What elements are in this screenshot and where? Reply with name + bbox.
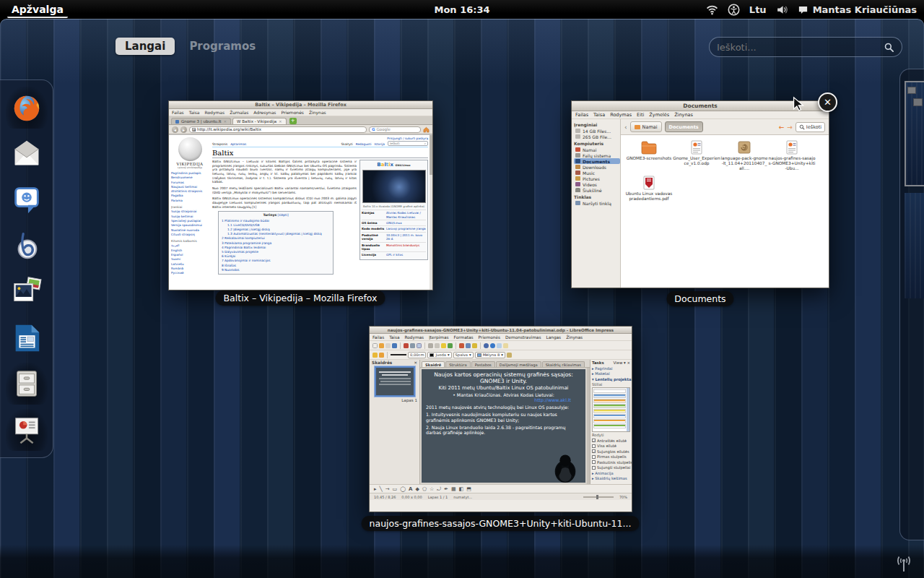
menu-item[interactable]: Failas bbox=[172, 110, 184, 115]
wikipedia-logo[interactable] bbox=[178, 137, 202, 161]
checkbox-last-column[interactable]: Paskutinis stulpelis bbox=[592, 460, 630, 465]
home-button[interactable] bbox=[423, 126, 430, 133]
wiki-link[interactable]: Русский bbox=[171, 271, 209, 275]
scrollbar[interactable] bbox=[430, 135, 432, 290]
tab-close-icon[interactable]: × bbox=[279, 119, 282, 124]
menu-item[interactable]: Langas bbox=[546, 335, 561, 340]
wiki-search-box[interactable]: Ieškoti⌕ bbox=[388, 141, 428, 146]
tasks-section-transition[interactable]: ▸ Skaidrių keitimas bbox=[592, 476, 630, 480]
tab-windows[interactable]: Langai bbox=[116, 38, 175, 55]
dock-writer-icon[interactable] bbox=[6, 317, 48, 359]
menu-item[interactable]: Priemonės bbox=[281, 110, 303, 115]
menu-item[interactable]: Žurnalas bbox=[230, 110, 248, 115]
file-item-presentation[interactable]: Gnome_User_Experience_v1.0.odp bbox=[673, 139, 720, 172]
menu-item[interactable]: Taisa bbox=[593, 112, 605, 118]
sidebar-place[interactable]: Pictures bbox=[574, 176, 620, 181]
checkbox-banded-columns[interactable]: Sujungti stulpeliai bbox=[592, 465, 630, 470]
sidebar-network[interactable]: Naršyti tinklą bbox=[574, 200, 620, 206]
browser-tab[interactable]: Gnome 3 | ubuntu.lt× bbox=[171, 118, 231, 124]
history-forward-icon[interactable]: → bbox=[787, 124, 793, 131]
accessibility-icon[interactable] bbox=[728, 4, 740, 16]
wiki-link[interactable]: Parama bbox=[171, 199, 209, 203]
breadcrumb-current[interactable]: Documents bbox=[665, 121, 703, 132]
zoom-slider[interactable] bbox=[583, 496, 614, 498]
window-firefox[interactable]: Baltix – Vikipedija – Mozilla Firefox Fa… bbox=[168, 100, 433, 290]
toc-hide-link[interactable]: [slėpti] bbox=[278, 213, 289, 217]
window-documents[interactable]: Documents Failas Taisa Rodymas Eiti Žyme… bbox=[571, 100, 829, 288]
dock-firefox-icon[interactable] bbox=[6, 87, 48, 129]
files-search-button[interactable]: Ieškoti bbox=[796, 122, 825, 132]
menu-item[interactable]: Žymelės bbox=[649, 112, 669, 118]
shell-search-field[interactable] bbox=[709, 37, 902, 57]
infobox-value[interactable]: Atviras Kodas Lietuvai / Mantas Kriaučiū… bbox=[386, 211, 426, 219]
wiki-tab-talk[interactable]: Aptarimas bbox=[230, 142, 246, 146]
dock-mail-icon[interactable] bbox=[6, 133, 48, 175]
zoom-level[interactable]: 70% bbox=[619, 495, 627, 499]
menu-item[interactable]: Demonstravimas bbox=[505, 335, 541, 340]
slide-canvas[interactable]: Naujos kartos operacinių sistemų grafinė… bbox=[420, 368, 590, 484]
tasks-section-tables[interactable]: ▾ Lentelių projektai bbox=[592, 377, 630, 381]
impress-line-fill-toolbar[interactable]: 0,00cm Juoda▾ Spalva▾ Mėlyna 8▾ bbox=[370, 350, 632, 360]
forward-button[interactable]: ▸ bbox=[180, 126, 187, 133]
checkbox-header-row[interactable]: ✓Antraštės eilutė bbox=[592, 439, 630, 443]
tasks-section-layouts[interactable]: ▸ Maketai bbox=[592, 371, 630, 376]
breadcrumb-home[interactable]: Namai bbox=[630, 121, 662, 132]
menu-item[interactable]: Rodymas bbox=[205, 110, 225, 115]
dock-chat-icon[interactable] bbox=[6, 178, 48, 220]
view-tab[interactable]: Skaidrių rikiavimas bbox=[542, 361, 585, 367]
area-style-dropdown[interactable]: Spalva▾ bbox=[453, 352, 474, 358]
infobox-value[interactable]: Monolitinis branduolys bbox=[386, 243, 419, 251]
scrollbar[interactable] bbox=[627, 388, 629, 431]
checkbox-banded-rows[interactable]: ✓Sujungtos eilutės bbox=[592, 449, 630, 454]
infobox-value[interactable]: GPL ir kitos bbox=[386, 253, 403, 256]
browser-tab-active[interactable]: W Baltix - Vikipedija× bbox=[232, 118, 287, 124]
activities-button[interactable]: Apžvalga bbox=[7, 1, 68, 18]
menu-item[interactable]: Rodymas bbox=[404, 335, 424, 340]
wiki-tab-edit[interactable]: Redaguoti bbox=[356, 142, 372, 146]
infobox-value[interactable]: GNU/Linux bbox=[386, 221, 402, 225]
view-tab[interactable]: Dalijamoji medžiaga bbox=[496, 361, 541, 367]
user-menu[interactable]: Mantas Kriaučiūnas bbox=[798, 4, 917, 15]
menu-item[interactable]: Failas bbox=[372, 335, 384, 340]
menu-item[interactable]: Failas bbox=[575, 112, 588, 118]
file-item-pdf[interactable]: Ubuntu Linux vadovas pradedantiems.pdf bbox=[625, 175, 673, 202]
file-item-presentation[interactable]: naujos-grafines-sasajos-GNOME3+Unity+kit… bbox=[768, 139, 816, 172]
file-item-archive[interactable]: language-pack-gnome-lt_11.04+20110407_al… bbox=[720, 139, 768, 172]
dock-impress-icon[interactable] bbox=[6, 409, 48, 451]
sidebar-place[interactable]: Music bbox=[574, 170, 620, 176]
url-bar[interactable]: Whttp://lt.wikipedia.org/wiki/Baltix bbox=[189, 126, 367, 133]
menu-item[interactable]: Žinynas bbox=[309, 110, 326, 115]
panel-close-icon[interactable]: × bbox=[414, 361, 417, 365]
history-back-icon[interactable]: ← bbox=[779, 124, 785, 131]
area-color-dropdown[interactable]: Mėlyna 8▾ bbox=[475, 352, 505, 358]
view-tab[interactable]: Struktūra bbox=[445, 361, 470, 367]
tasks-section-basics[interactable]: ▸ Pagrindai bbox=[592, 366, 630, 371]
wifi-icon[interactable] bbox=[706, 4, 718, 16]
breadcrumb-scroll-left[interactable]: ‹ bbox=[624, 124, 627, 131]
checkbox-first-column[interactable]: Pirmas stulpelis bbox=[592, 454, 630, 459]
sidebar-place[interactable]: Failų sistema bbox=[574, 152, 620, 158]
menu-item[interactable]: Žinynas bbox=[566, 335, 583, 340]
window-close-button[interactable]: ✕ bbox=[818, 92, 837, 112]
menu-item[interactable]: Rodymas bbox=[610, 112, 632, 118]
sidebar-device[interactable]: 265 GB File... bbox=[574, 134, 620, 139]
slide-link[interactable]: http://www.akl.lt bbox=[426, 397, 581, 402]
impress-standard-toolbar[interactable] bbox=[370, 341, 632, 350]
view-tab[interactable]: Pastabos bbox=[471, 361, 495, 367]
scrollbar[interactable] bbox=[587, 368, 590, 484]
network-tray-icon[interactable] bbox=[892, 553, 915, 576]
clock[interactable]: Mon 16:34 bbox=[434, 4, 489, 15]
view-tab[interactable]: Skaidrė bbox=[422, 361, 445, 367]
infobox-value[interactable]: Laisvoji programinė įranga bbox=[386, 227, 426, 230]
menu-item[interactable]: Taisa bbox=[189, 110, 200, 115]
dock-file-manager-icon[interactable] bbox=[6, 363, 48, 405]
wiki-signin-link[interactable]: Prisijungti / sukurti paskyrą bbox=[212, 137, 428, 140]
back-button[interactable]: ◂ bbox=[172, 126, 178, 133]
dock-banshee-icon[interactable] bbox=[6, 225, 48, 267]
wiki-tab-article[interactable]: Straipsnis bbox=[212, 142, 227, 146]
line-color-dropdown[interactable]: Juoda▾ bbox=[427, 352, 451, 358]
window-impress[interactable]: naujos-grafines-sasajos-GNOME3+Unity+kit… bbox=[369, 326, 632, 512]
tasks-section-animation[interactable]: ▸ Animacija bbox=[592, 471, 630, 475]
tab-applications[interactable]: Programos bbox=[189, 40, 256, 53]
sidebar-place[interactable]: Videos bbox=[574, 181, 620, 187]
